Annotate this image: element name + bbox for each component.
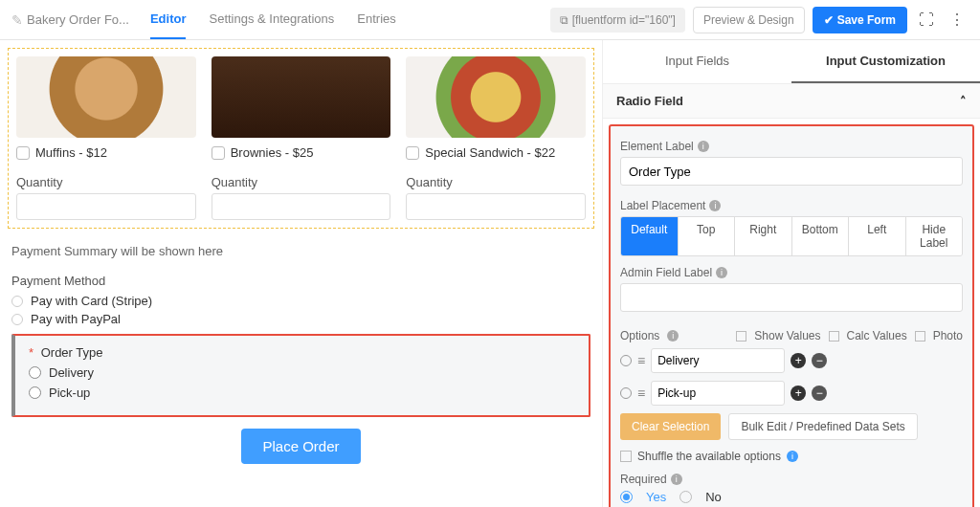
placement-top[interactable]: Top [679,217,736,255]
placement-right[interactable]: Right [735,217,792,255]
placement-left[interactable]: Left [849,217,906,255]
show-values-check[interactable] [736,331,746,342]
admin-label-input[interactable] [620,283,963,312]
qty-label: Quantity [212,175,391,189]
radio-icon [29,386,41,399]
add-option-icon[interactable]: + [791,386,806,401]
main: Muffins - $12 Quantity Brownies - $25 Qu… [0,40,980,507]
placement-bottom[interactable]: Bottom [792,217,850,255]
item-label: Brownies - $25 [231,145,314,160]
panel-header[interactable]: Radio Field ˄ [603,84,980,119]
more-icon[interactable]: ⋮ [946,7,969,33]
tab-settings[interactable]: Settings & Integrations [209,0,334,39]
calc-values-check[interactable] [829,331,839,342]
topbar-left: ✎ Bakery Order Fo... Editor Settings & I… [11,0,396,39]
qty-label: Quantity [406,175,586,189]
payment-method-label: Payment Method [11,274,590,288]
item-brownies: Brownies - $25 Quantity [212,56,391,220]
radio-icon [29,366,41,379]
option-input-1[interactable] [651,381,785,406]
checkbox-icon [406,146,419,160]
info-icon[interactable]: i [698,141,709,152]
required-star: * [29,345,33,360]
chevron-up-icon: ˄ [960,94,967,108]
item-image-sandwich [406,56,586,138]
qty-input-brownies[interactable] [212,193,391,220]
option-input-0[interactable] [651,348,785,373]
add-option-icon[interactable]: + [791,353,806,368]
clear-selection-button[interactable]: Clear Selection [620,413,721,440]
panel-title: Radio Field [616,94,683,108]
checkbox-icon [16,146,30,160]
shuffle-checkbox[interactable] [620,451,632,462]
expand-icon[interactable]: ⛶ [915,8,938,33]
pencil-icon[interactable]: ✎ [11,12,23,28]
remove-option-icon[interactable]: − [812,353,827,368]
option-default-radio[interactable] [620,355,632,366]
required-no-radio[interactable] [679,491,692,503]
submit-button[interactable]: Place Order [241,429,360,464]
panel-body: Element Labeli Label Placementi Default … [609,124,974,507]
pm-paypal[interactable]: Pay with PayPal [11,312,590,326]
item-label: Special Sandwich - $22 [425,145,555,160]
element-label-input[interactable] [620,157,963,186]
shortcode-text: [fluentform id="160"] [572,13,676,27]
option-default-radio[interactable] [620,387,632,399]
option-row-0: ≡ + − [620,348,963,373]
radio-icon [11,314,23,325]
required-row: Yes No [620,490,963,504]
info-icon[interactable]: i [671,474,682,485]
copy-icon: ⧉ [560,13,568,27]
required-label: Requiredi [620,473,963,486]
placement-hide[interactable]: Hide Label [906,217,963,255]
item-check-sandwich[interactable]: Special Sandwich - $22 [406,145,586,160]
tab-entries[interactable]: Entries [357,0,395,39]
placement-default[interactable]: Default [621,217,679,255]
editor-canvas: Muffins - $12 Quantity Brownies - $25 Qu… [0,40,602,507]
checkbox-icon [212,146,225,160]
info-icon[interactable]: i [709,200,721,211]
item-image-brownies [212,56,391,138]
label-placement-field: Label Placementi [620,199,963,212]
items-row[interactable]: Muffins - $12 Quantity Brownies - $25 Qu… [8,48,594,229]
element-label-field: Element Labeli [620,140,963,153]
header-tabs: Editor Settings & Integrations Entries [150,0,396,39]
form-title[interactable]: Bakery Order Fo... [27,12,129,27]
option-actions: Clear Selection Bulk Edit / Predefined D… [620,413,963,440]
sidebar: Input Fields Input Customization Radio F… [602,40,980,507]
info-icon[interactable]: i [787,451,798,462]
pm-stripe[interactable]: Pay with Card (Stripe) [11,294,590,308]
item-check-brownies[interactable]: Brownies - $25 [212,145,391,160]
submit-row: Place Order [8,429,594,464]
required-yes-radio[interactable] [620,491,633,503]
tab-editor[interactable]: Editor [150,0,187,39]
info-icon[interactable]: i [667,330,679,342]
sidebar-tab-customization[interactable]: Input Customization [791,40,980,83]
ot-pickup[interactable]: Pick-up [29,386,575,400]
ot-delivery[interactable]: Delivery [29,365,575,380]
drag-handle-icon[interactable]: ≡ [637,353,645,368]
qty-input-sandwich[interactable] [406,193,586,220]
admin-label-field: Admin Field Labeli [620,266,963,279]
preview-button[interactable]: Preview & Design [693,7,805,33]
info-icon[interactable]: i [716,267,727,278]
options-header: Optionsi Show Values Calc Values Photo [620,329,963,342]
selected-field-order-type[interactable]: * Order Type Delivery Pick-up [11,334,590,417]
shortcode-box[interactable]: ⧉ [fluentform id="160"] [550,8,685,33]
bulk-edit-button[interactable]: Bulk Edit / Predefined Data Sets [728,413,917,440]
save-button[interactable]: ✔ Save Form [813,7,907,33]
qty-input-muffins[interactable] [16,193,196,220]
item-sandwich: Special Sandwich - $22 Quantity [406,56,586,220]
payment-summary: Payment Summary will be shown here [11,244,590,258]
photo-check[interactable] [915,331,925,342]
radio-icon [11,296,23,307]
order-type-label: * Order Type [29,345,575,360]
topbar-right: ⧉ [fluentform id="160"] Preview & Design… [550,7,969,33]
remove-option-icon[interactable]: − [812,386,827,401]
sidebar-tabs: Input Fields Input Customization [603,40,980,84]
shuffle-row: Shuffle the available options i [620,450,963,463]
item-check-muffins[interactable]: Muffins - $12 [16,145,196,160]
drag-handle-icon[interactable]: ≡ [637,386,645,401]
item-image-muffins [16,56,196,138]
sidebar-tab-fields[interactable]: Input Fields [603,40,791,83]
